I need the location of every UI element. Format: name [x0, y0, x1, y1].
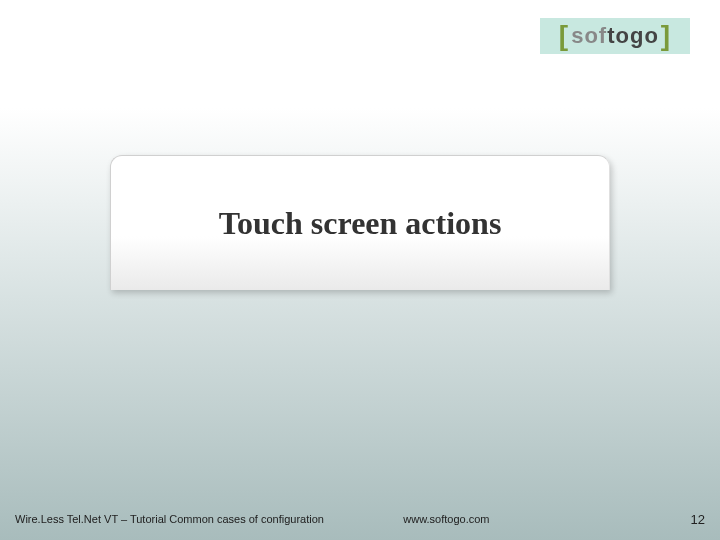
logo-bracket-left: [ — [559, 20, 569, 52]
footer: Wire.Less Tel.Net VT – Tutorial Common c… — [0, 513, 720, 525]
footer-url: www.softogo.com — [403, 513, 489, 525]
footer-page-number: 12 — [691, 512, 705, 527]
logo: [ sof togo ] — [540, 18, 690, 54]
main-title: Touch screen actions — [219, 205, 502, 242]
logo-text: [ sof togo ] — [559, 20, 671, 52]
main-content-box: Touch screen actions — [110, 155, 610, 290]
footer-left-text: Wire.Less Tel.Net VT – Tutorial Common c… — [15, 513, 705, 525]
logo-togo: togo — [607, 23, 659, 49]
logo-bracket-right: ] — [661, 20, 671, 52]
logo-sof: sof — [571, 23, 607, 49]
